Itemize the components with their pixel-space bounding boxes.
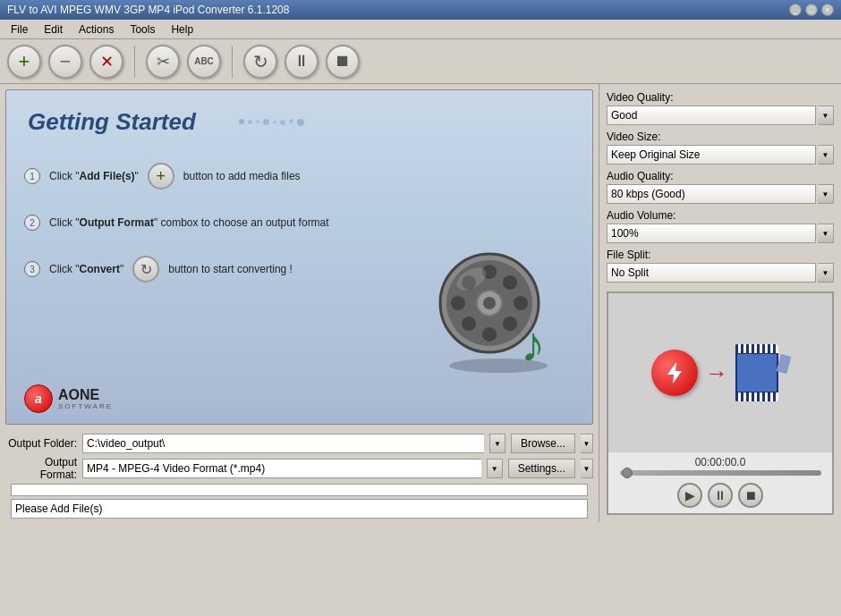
step-3-text: Click "Convert"	[49, 263, 123, 275]
close-window-button[interactable]: ×	[821, 4, 834, 16]
output-folder-input[interactable]	[82, 434, 484, 453]
file-split-section: File Split: No Split Split by Size Split…	[607, 249, 834, 283]
settings-button[interactable]: Settings...	[508, 459, 575, 478]
maximize-button[interactable]: □	[805, 4, 818, 16]
right-panel: Video Quality: Good Normal High Best ▼ V…	[599, 84, 841, 522]
step-1: 1 Click "Add File(s)" + button to add me…	[6, 154, 592, 198]
preview-controls: ▶ ⏸ ⏹	[677, 479, 763, 513]
step-1-text-after: button to add media files	[183, 170, 301, 182]
toolbar-separator	[134, 46, 135, 78]
pause-button[interactable]: ⏸	[285, 45, 319, 79]
video-size-arrow[interactable]: ▼	[818, 145, 834, 165]
video-quality-select[interactable]: Good Normal High Best	[607, 105, 816, 125]
getting-started-panel: Getting Started 1 Click "Add File(s)" +	[5, 89, 593, 425]
remove-button[interactable]: −	[48, 45, 82, 79]
stop-button[interactable]: ⏹	[326, 45, 360, 79]
minimize-button[interactable]: _	[789, 4, 802, 16]
status-bar: Please Add File(s)	[11, 499, 588, 519]
dot	[289, 119, 293, 123]
left-panel: Getting Started 1 Click "Add File(s)" +	[0, 84, 599, 522]
audio-volume-arrow[interactable]: ▼	[818, 224, 834, 243]
output-folder-dropdown[interactable]: ▼	[489, 434, 505, 453]
dot	[263, 119, 269, 125]
dot	[239, 119, 244, 124]
svg-point-6	[451, 296, 465, 310]
preview-image-area: →	[608, 293, 832, 452]
video-size-select[interactable]: Keep Original Size 320x240 640x480	[607, 145, 816, 165]
preview-seek-bar[interactable]	[620, 470, 821, 476]
video-size-label: Video Size:	[607, 131, 834, 143]
preview-panel: → 00:00:00.0	[607, 291, 834, 515]
audio-quality-section: Audio Quality: 80 kbps (Good) 128 kbps 1…	[607, 170, 834, 204]
cut-button[interactable]: ✂	[146, 45, 180, 79]
dot	[248, 120, 252, 124]
svg-marker-15	[667, 362, 682, 384]
progress-bar-container	[11, 484, 588, 496]
file-split-label: File Split:	[607, 249, 834, 261]
step-3-convert-icon: ↻	[132, 256, 159, 283]
title-bar: FLV to AVI MPEG WMV 3GP MP4 iPod Convert…	[0, 0, 841, 20]
settings-dropdown[interactable]: ▼	[581, 459, 593, 478]
menu-file[interactable]: File	[4, 21, 35, 38]
close-button[interactable]: ✕	[89, 45, 123, 79]
getting-started-title: Getting Started	[6, 90, 592, 145]
svg-point-9	[503, 316, 517, 331]
step-num-1: 1	[24, 168, 40, 184]
output-format-label: Output Format:	[5, 456, 77, 481]
step-1-add-icon: +	[148, 163, 174, 190]
menu-tools[interactable]: Tools	[123, 21, 162, 38]
file-split-select[interactable]: No Split Split by Size Split by Time	[607, 263, 816, 283]
bottom-controls: Output Folder: ▼ Browse... ▼ Output Form…	[0, 430, 599, 522]
audio-quality-select[interactable]: 80 kbps (Good) 128 kbps 192 kbps	[607, 184, 816, 204]
video-size-section: Video Size: Keep Original Size 320x240 6…	[607, 131, 834, 165]
preview-time: 00:00:00.0	[695, 452, 746, 470]
video-quality-row: Good Normal High Best ▼	[607, 105, 834, 125]
browse-button[interactable]: Browse...	[511, 434, 575, 453]
audio-volume-select[interactable]: 100% 50% 75% 125%	[607, 224, 816, 243]
aone-logo: a AONE SOFTWARE	[24, 384, 113, 413]
toolbar-separator-2	[232, 46, 233, 78]
svg-text:♪: ♪	[521, 317, 546, 372]
file-split-arrow[interactable]: ▼	[818, 263, 834, 283]
window-controls: _ □ ×	[789, 4, 834, 16]
video-quality-label: Video Quality:	[607, 91, 834, 104]
output-format-row: Output Format: ▼ Settings... ▼	[5, 456, 593, 481]
refresh-button[interactable]: ↻	[243, 45, 277, 79]
menu-edit[interactable]: Edit	[37, 21, 70, 38]
video-quality-arrow[interactable]: ▼	[818, 105, 834, 125]
svg-point-5	[482, 327, 497, 342]
audio-quality-arrow[interactable]: ▼	[818, 184, 834, 204]
convert-arrow-icon: →	[705, 359, 728, 387]
seek-thumb	[622, 468, 633, 478]
flash-icon	[651, 350, 698, 396]
output-folder-label: Output Folder:	[5, 437, 77, 450]
audio-volume-label: Audio Volume:	[607, 209, 834, 222]
svg-point-11	[462, 316, 476, 331]
preview-graphic: →	[642, 335, 798, 410]
status-text: Please Add File(s)	[15, 502, 102, 515]
output-format-input[interactable]	[82, 459, 481, 478]
step-num-2: 2	[24, 215, 40, 231]
preview-pause-button[interactable]: ⏸	[708, 483, 733, 508]
add-file-button[interactable]: +	[7, 45, 41, 79]
film-fold	[778, 355, 789, 373]
rename-button[interactable]: ABC	[187, 45, 221, 79]
menu-actions[interactable]: Actions	[72, 21, 121, 38]
menu-help[interactable]: Help	[164, 21, 200, 38]
svg-point-10	[503, 275, 517, 290]
decorative-dots	[239, 119, 304, 126]
dot	[280, 120, 285, 125]
aone-brand: AONE SOFTWARE	[58, 388, 113, 410]
film-reel-svg: ♪	[431, 245, 574, 379]
output-format-dropdown[interactable]: ▼	[487, 459, 503, 478]
dot	[297, 119, 304, 126]
svg-point-7	[514, 296, 528, 310]
film-reel-graphic: ♪	[431, 245, 574, 388]
aone-subtitle: SOFTWARE	[58, 402, 113, 410]
audio-quality-label: Audio Quality:	[607, 170, 834, 182]
audio-quality-row: 80 kbps (Good) 128 kbps 192 kbps ▼	[607, 184, 834, 204]
preview-play-button[interactable]: ▶	[677, 483, 702, 508]
preview-stop-button[interactable]: ⏹	[738, 483, 763, 508]
audio-volume-row: 100% 50% 75% 125% ▼	[607, 224, 834, 243]
browse-dropdown[interactable]: ▼	[581, 434, 593, 453]
